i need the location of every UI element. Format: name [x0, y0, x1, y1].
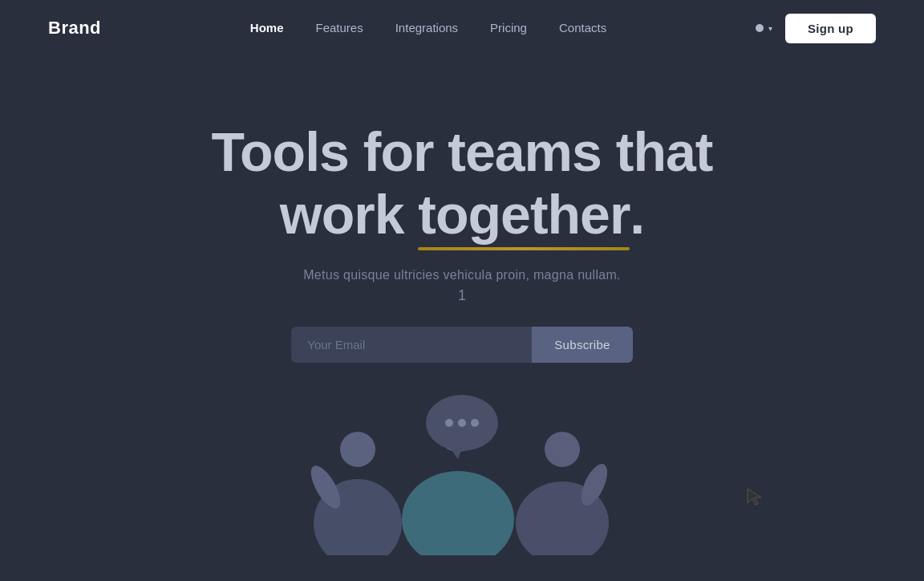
signup-button[interactable]: Sign up: [785, 14, 876, 43]
hero-title-plain: work: [280, 184, 419, 245]
hero-title-end: .: [630, 184, 644, 245]
nav-item-pricing[interactable]: Pricing: [490, 21, 527, 35]
nav-item-home[interactable]: Home: [250, 21, 284, 35]
nav-link-features[interactable]: Features: [316, 21, 363, 35]
nav-item-features[interactable]: Features: [316, 21, 363, 35]
bubble-dot-1: [445, 419, 453, 427]
bubble-dot-3: [471, 419, 479, 427]
nav-right: ▾ Sign up: [756, 14, 876, 43]
hero-title: Tools for teams that work together.: [212, 120, 713, 246]
nav-link-contacts[interactable]: Contacts: [559, 21, 606, 35]
nav-item-contacts[interactable]: Contacts: [559, 21, 606, 35]
nav-link-home[interactable]: Home: [250, 21, 284, 35]
cursor-icon: [746, 487, 764, 513]
svg-point-0: [340, 432, 375, 467]
nav-link-integrations[interactable]: Integrations: [395, 21, 458, 35]
hero-counter: 1: [458, 287, 466, 304]
svg-point-5: [545, 432, 580, 467]
subscribe-form: Subscribe: [291, 327, 632, 363]
bubble-dot-2: [458, 419, 466, 427]
person-right: [506, 427, 618, 555]
hero-section: Tools for teams that work together. Metu…: [0, 56, 924, 363]
nav-item-integrations[interactable]: Integrations: [395, 21, 458, 35]
hero-title-line2: work together.: [280, 184, 645, 245]
hero-title-highlight: together: [418, 183, 630, 246]
illustration-section: [0, 395, 924, 555]
language-selector[interactable]: ▾: [756, 24, 772, 33]
dot-indicator: [756, 24, 764, 32]
nav-link-pricing[interactable]: Pricing: [490, 21, 527, 35]
brand-logo: Brand: [48, 18, 101, 39]
nav-links: Home Features Integrations Pricing Conta…: [250, 21, 606, 35]
chevron-down-icon: ▾: [768, 24, 772, 33]
subscribe-button[interactable]: Subscribe: [532, 327, 632, 363]
chat-bubble: [426, 395, 498, 451]
email-input[interactable]: [291, 327, 532, 363]
navbar: Brand Home Features Integrations Pricing…: [0, 0, 924, 56]
svg-point-4: [402, 471, 514, 555]
hero-title-line1: Tools for teams that: [212, 121, 713, 182]
hero-subtitle: Metus quisque ultricies vehicula proin, …: [303, 268, 621, 282]
